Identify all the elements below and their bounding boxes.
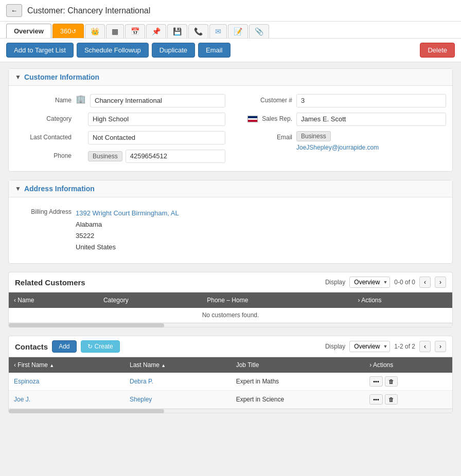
- address-information-section: ▼ Address Information Billing Address 13…: [8, 180, 453, 264]
- contacts-header: Contacts Add ↻ Create Display Overview 1…: [9, 336, 452, 357]
- zip-value: 35222: [76, 230, 446, 242]
- first-name-cell: Joe J.: [9, 391, 125, 409]
- billing-address-label: Billing Address: [15, 206, 72, 215]
- schedule-followup-button[interactable]: Schedule Followup: [77, 43, 149, 58]
- delete-row-button[interactable]: 🗑: [385, 394, 398, 405]
- contacts-header-left: Contacts Add ↻ Create: [15, 340, 120, 353]
- more-options-button[interactable]: •••: [369, 376, 383, 387]
- sales-rep-value: James E. Scott: [296, 113, 446, 126]
- email-button[interactable]: Email: [198, 43, 230, 58]
- contacts-title: Contacts: [15, 342, 48, 351]
- tab-pin[interactable]: 📌: [146, 24, 166, 38]
- customer-info-header[interactable]: ▼ Customer Information: [9, 69, 452, 86]
- sales-rep-label-wrap: Sales Rep.: [236, 113, 292, 122]
- scrollbar-rc[interactable]: [9, 323, 452, 327]
- actions-cell: ••• 🗑: [364, 391, 452, 409]
- action-icons: ••• 🗑: [369, 376, 447, 387]
- last-name-cell: Shepley: [125, 391, 231, 409]
- last-contacted-row: Last Contacted Not Contacted: [15, 131, 225, 144]
- customer-info-body: Name 🏢 Chancery International Category H…: [9, 86, 452, 171]
- page-title: Customer: Chancery International: [27, 6, 150, 15]
- address-collapse-icon: ▼: [15, 185, 21, 192]
- tab-email[interactable]: ✉: [209, 24, 227, 38]
- page-info-rc: 0-0 of 0: [394, 279, 415, 286]
- tab-table[interactable]: ▦: [106, 24, 124, 38]
- customer-num-row: Customer # 3: [236, 94, 446, 107]
- refresh-icon: ↻: [87, 343, 93, 350]
- job-title-cell: Expert in Science: [231, 391, 365, 409]
- table-row: Espinoza Debra P. Expert in Maths ••• 🗑: [9, 373, 452, 391]
- job-title-cell: Expert in Maths: [231, 373, 365, 391]
- first-name-cell: Espinoza: [9, 373, 125, 391]
- col-lastname[interactable]: Last Name ▲: [125, 357, 231, 373]
- display-label-ct: Display: [325, 343, 345, 350]
- next-btn-rc[interactable]: ›: [435, 277, 446, 288]
- delete-button[interactable]: Delete: [420, 43, 455, 58]
- action-icons: ••• 🗑: [369, 394, 447, 405]
- tab-note[interactable]: 📝: [228, 24, 248, 38]
- col-category-rc[interactable]: Category: [98, 292, 202, 308]
- page-info-ct: 1-2 of 2: [394, 343, 415, 350]
- empty-message-rc: No customers found.: [9, 308, 452, 323]
- contacts-controls: Display Overview 1-2 of 2 ‹ ›: [325, 341, 446, 352]
- tab-attachment[interactable]: 📎: [249, 24, 269, 38]
- col-actions-ct: › Actions: [364, 357, 452, 373]
- actions-cell: ••• 🗑: [364, 373, 452, 391]
- delete-row-button[interactable]: 🗑: [385, 376, 398, 387]
- tab-calendar[interactable]: 📅: [125, 24, 145, 38]
- first-name-link[interactable]: Joe J.: [14, 396, 30, 403]
- related-customers-controls: Display Overview 0-0 of 0 ‹ ›: [325, 277, 446, 288]
- table-row: No customers found.: [9, 308, 452, 323]
- page-header: ← Customer: Chancery International: [0, 0, 461, 22]
- more-options-button[interactable]: •••: [369, 394, 383, 405]
- customer-info-title: Customer Information: [24, 73, 99, 81]
- customer-info-left: Name 🏢 Chancery International Category H…: [15, 94, 225, 163]
- scroll-thumb-rc: [9, 323, 164, 327]
- col-phone-rc[interactable]: Phone – Home: [202, 292, 352, 308]
- country-value: United States: [76, 242, 446, 253]
- tab-360[interactable]: 360↺: [52, 24, 84, 38]
- tab-crown[interactable]: 👑: [85, 24, 105, 38]
- last-name-link[interactable]: Debra P.: [130, 378, 153, 385]
- back-button[interactable]: ←: [6, 4, 22, 17]
- display-select-ct[interactable]: Overview: [349, 341, 390, 352]
- sort-icon-ln: ▲: [161, 363, 166, 368]
- billing-address-row: Billing Address 1392 Wright Court Birmin…: [15, 206, 446, 255]
- related-customers-table: ‹ Name Category Phone – Home › Actions N…: [9, 292, 452, 323]
- contacts-panel: Contacts Add ↻ Create Display Overview 1…: [8, 336, 453, 413]
- col-jobtitle[interactable]: Job Title: [231, 357, 365, 373]
- col-firstname[interactable]: ‹ First Name ▲: [9, 357, 125, 373]
- actions-row: Add to Target List Schedule Followup Dup…: [0, 39, 461, 62]
- contacts-table: ‹ First Name ▲ Last Name ▲ Job Title › A…: [9, 357, 452, 409]
- display-label-rc: Display: [325, 279, 345, 286]
- phone-badge: Business: [88, 151, 122, 161]
- add-to-target-list-button[interactable]: Add to Target List: [6, 43, 74, 58]
- first-name-link[interactable]: Espinoza: [14, 378, 39, 385]
- display-select-wrapper-rc: Overview: [349, 277, 390, 288]
- col-name-rc[interactable]: ‹ Name: [9, 292, 98, 308]
- prev-btn-ct[interactable]: ‹: [419, 341, 431, 352]
- sales-rep-row: Sales Rep. James E. Scott: [236, 113, 446, 126]
- category-label: Category: [15, 113, 72, 122]
- last-name-link[interactable]: Shepley: [130, 396, 152, 403]
- scrollbar-ct[interactable]: [9, 409, 452, 413]
- duplicate-button[interactable]: Duplicate: [152, 43, 195, 58]
- tab-overview[interactable]: Overview: [6, 24, 51, 38]
- next-btn-ct[interactable]: ›: [435, 341, 446, 352]
- contacts-create-button[interactable]: ↻ Create: [81, 340, 120, 353]
- tab-phone[interactable]: 📞: [188, 24, 208, 38]
- email-label: Email: [236, 131, 292, 141]
- state-value: Alabama: [76, 219, 446, 230]
- prev-btn-rc[interactable]: ‹: [419, 277, 431, 288]
- display-select-rc[interactable]: Overview: [349, 277, 390, 288]
- email-badge: Business: [296, 131, 331, 141]
- scroll-thumb-ct: [9, 409, 164, 413]
- tab-save[interactable]: 💾: [167, 24, 187, 38]
- customer-info-grid: Name 🏢 Chancery International Category H…: [15, 94, 446, 163]
- customer-information-section: ▼ Customer Information Name 🏢 Chancery I…: [8, 68, 453, 172]
- email-value[interactable]: JoeJShepley@jourrapide.com: [296, 144, 379, 151]
- street-link[interactable]: 1392 Wright Court Birmingham, AL: [76, 209, 179, 217]
- customer-num-value: 3: [296, 94, 446, 107]
- contacts-add-button[interactable]: Add: [52, 340, 76, 353]
- address-info-header[interactable]: ▼ Address Information: [9, 180, 452, 197]
